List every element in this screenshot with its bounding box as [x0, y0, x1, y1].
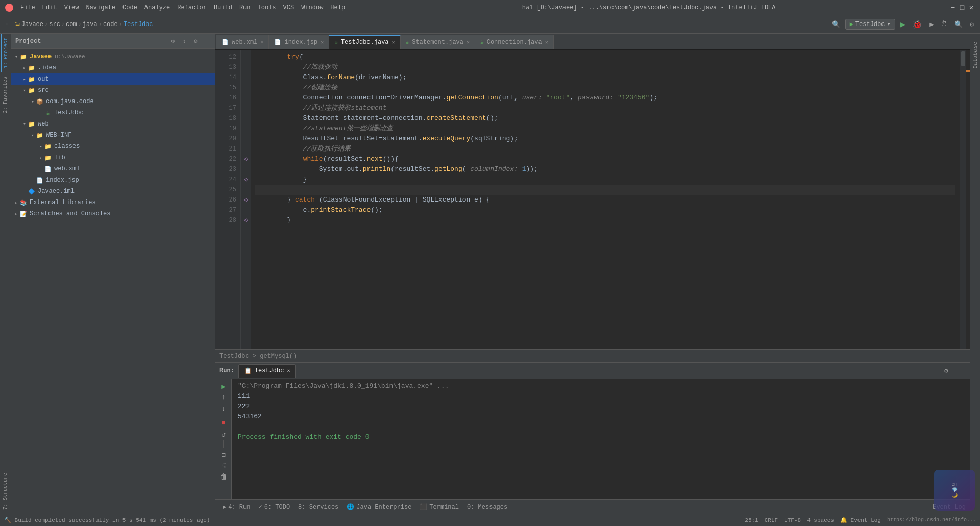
debug-button[interactable]: 🐞	[910, 18, 924, 31]
gutter-28: ◇	[241, 215, 251, 226]
tab-webxml[interactable]: 📄 web.xml ✕	[216, 35, 269, 49]
window-controls: − □ ✕	[949, 4, 975, 11]
status-bar: 🔨 Build completed successfully in 5 s 54…	[0, 514, 980, 526]
code-content[interactable]: try { //加载驱动 Class.forName(driverName); …	[251, 50, 960, 349]
bottom-tab-testjdbc[interactable]: 📋 TestJdbc ✕	[238, 364, 296, 378]
tree-item-src[interactable]: ▾ 📁 src	[11, 85, 215, 96]
tab-structure[interactable]: 7: Structure	[2, 469, 9, 514]
breadcrumb-com[interactable]: com	[66, 21, 77, 28]
breadcrumb-java[interactable]: java	[83, 21, 97, 28]
menu-vcs[interactable]: VCS	[280, 3, 298, 12]
breadcrumb-code[interactable]: code	[103, 21, 118, 28]
tab-favorites[interactable]: 2: Favorites	[2, 72, 9, 117]
menu-tools[interactable]: Tools	[255, 3, 279, 12]
collapse-all-icon[interactable]: ↕	[180, 37, 188, 45]
database-tab[interactable]: Database	[971, 39, 979, 72]
gutter-15	[241, 83, 251, 93]
panel-settings-icon[interactable]: ⚙	[191, 37, 200, 45]
run-green-button[interactable]: ▶	[218, 381, 229, 391]
panel-close-icon[interactable]: −	[203, 37, 211, 45]
back-button[interactable]: ←	[4, 18, 12, 31]
tab-statement[interactable]: ☕ Statement.java ✕	[401, 35, 475, 49]
menu-code[interactable]: Code	[119, 3, 140, 12]
run-tab-close[interactable]: ✕	[287, 368, 290, 374]
tab-connection-close[interactable]: ✕	[545, 39, 548, 45]
minimize-button[interactable]: −	[949, 4, 957, 11]
run-down-button[interactable]: ↓	[218, 404, 229, 414]
todo-tab-btn[interactable]: ✓ 6: TODO	[255, 502, 293, 512]
code-editor[interactable]: 12 13 14 15 16 17 18 19 20 21 22 23 24 2…	[215, 50, 970, 349]
tree-item-indexjsp[interactable]: 📄 index.jsp	[11, 174, 215, 186]
tree-item-web[interactable]: ▾ 📁 web	[11, 118, 215, 130]
tree-item-scratches[interactable]: ▸ 📝 Scratches and Consoles	[11, 208, 215, 219]
tab-connection[interactable]: ☕ Connection.java ✕	[475, 35, 554, 49]
menu-build[interactable]: Build	[211, 3, 235, 12]
bottom-panel: Run: 📋 TestJdbc ✕ ⚙ − ▶ ↑ ↓ ■	[215, 362, 970, 499]
run-config-selector[interactable]: ▶ TestJdbc ▾	[845, 19, 895, 30]
run-up-button[interactable]: ↑	[218, 392, 229, 403]
tab-project[interactable]: 1: Project	[1, 34, 10, 72]
menu-edit[interactable]: Edit	[39, 3, 60, 12]
status-crlf[interactable]: CRLF	[765, 517, 778, 523]
tab-indexjsp[interactable]: 📄 index.jsp ✕	[269, 35, 329, 49]
search-everywhere-button[interactable]: 🔍	[830, 18, 842, 31]
menu-file[interactable]: File	[17, 3, 38, 12]
tab-webxml-close[interactable]: ✕	[260, 39, 263, 45]
java-enterprise-tab-btn[interactable]: 🌐 Java Enterprise	[344, 502, 414, 512]
search-button[interactable]: 🔍	[952, 18, 965, 31]
services-tab-btn[interactable]: 8: Services	[295, 503, 341, 512]
close-button[interactable]: ✕	[968, 4, 975, 11]
breadcrumb-src[interactable]: src	[49, 21, 60, 28]
messages-tab-btn[interactable]: 0: Messages	[464, 503, 510, 512]
menu-view[interactable]: View	[61, 3, 82, 12]
breadcrumb-javaee[interactable]: Javaee	[21, 21, 43, 28]
coverage-button[interactable]: ▶	[927, 18, 936, 31]
tree-item-webxml[interactable]: 📄 web.xml	[11, 163, 215, 174]
tree-item-out[interactable]: ▸ 📁 out	[11, 73, 215, 85]
tab-testjdbc[interactable]: ☕ TestJdbc.java ✕	[329, 35, 400, 49]
run-rerun-button[interactable]: ↺	[218, 429, 229, 439]
tree-item-javaee[interactable]: ▾ 📁 Javaee D:\Javaee	[11, 51, 215, 62]
status-indent[interactable]: 4 spaces	[807, 517, 834, 523]
tree-item-com-java-code[interactable]: ▾ 📦 com.java.code	[11, 96, 215, 107]
run-button[interactable]: ▶	[898, 18, 908, 31]
tree-item-webinf[interactable]: ▾ 📁 WEB-INF	[11, 130, 215, 141]
menu-window[interactable]: Window	[298, 3, 326, 12]
tab-statement-close[interactable]: ✕	[467, 39, 470, 45]
status-position[interactable]: 25:1	[745, 517, 758, 523]
tree-item-lib[interactable]: ▸ 📁 lib	[11, 152, 215, 163]
settings-icon[interactable]: ⚙	[941, 366, 951, 376]
run-stop-button[interactable]: ■	[218, 418, 229, 428]
tree-item-testjdbc[interactable]: ☕ TestJdbc	[11, 107, 215, 118]
run-print-button[interactable]: 🖨	[218, 461, 229, 471]
run-trash-button[interactable]: 🗑	[218, 472, 229, 482]
event-log-status[interactable]: 🔔 Event Log	[840, 517, 881, 523]
editor-scrollbar[interactable]	[960, 50, 966, 349]
tree-item-external-libs[interactable]: ▸ 📚 External Libraries	[11, 197, 215, 208]
profile-button[interactable]: ⏱	[939, 18, 949, 31]
app-logo	[5, 4, 13, 12]
settings-button[interactable]: ⚙	[968, 18, 976, 31]
tab-testjdbc-close[interactable]: ✕	[392, 39, 395, 45]
main-area: 1: Project 2: Favorites 7: Structure Pro…	[0, 34, 980, 514]
tab-indexjsp-close[interactable]: ✕	[321, 39, 324, 45]
add-icon[interactable]: ⊕	[169, 37, 177, 45]
status-charset[interactable]: UTF-8	[784, 517, 801, 523]
menu-analyze[interactable]: Analyze	[141, 3, 173, 12]
menu-run[interactable]: Run	[236, 3, 254, 12]
breadcrumb-testjdbc[interactable]: TestJdbc	[124, 21, 153, 28]
run-content: ▶ ↑ ↓ ■ ↺ ⊟ 🖨 🗑 "C:\Program Files\Java\j…	[215, 379, 970, 499]
menu-bar[interactable]: File Edit View Navigate Code Analyze Ref…	[17, 3, 348, 12]
terminal-tab-btn[interactable]: ⬛ Terminal	[416, 502, 462, 512]
minimize-panel-icon[interactable]: −	[955, 366, 966, 376]
run-output: "C:\Program Files\Java\jdk1.8.0_191\bin\…	[232, 379, 970, 499]
menu-help[interactable]: Help	[327, 3, 348, 12]
tree-item-javaee-iml[interactable]: 🔷 Javaee.iml	[11, 186, 215, 197]
run-tab-btn[interactable]: ▶ 4: Run	[219, 502, 253, 512]
run-filter-button[interactable]: ⊟	[218, 449, 229, 460]
menu-navigate[interactable]: Navigate	[83, 3, 118, 12]
maximize-button[interactable]: □	[959, 4, 966, 11]
menu-refactor[interactable]: Refactor	[174, 3, 210, 12]
tree-item-idea[interactable]: ▸ 📁 .idea	[11, 62, 215, 73]
tree-item-classes[interactable]: ▸ 📁 classes	[11, 141, 215, 152]
